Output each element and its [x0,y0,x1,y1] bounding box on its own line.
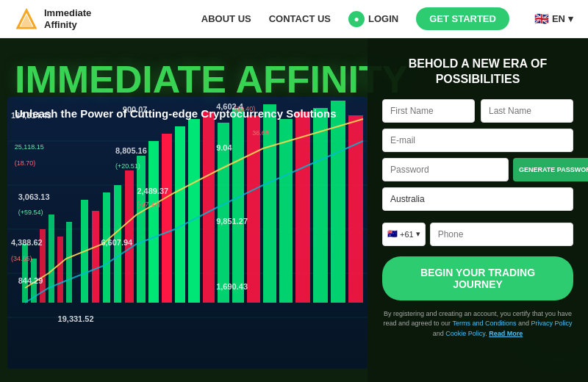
svg-rect-12 [66,222,72,303]
get-started-button[interactable]: GET STARTED [416,7,509,30]
hero-section: 184,314.43 900.07 4,602.4 (18.40) 25,118… [0,38,588,382]
logo-area: Immediate Affinity [15,7,91,31]
country-row [382,187,573,217]
name-row [382,99,573,123]
begin-trading-button[interactable]: BEGIN YOUR TRADING JOURNEY [382,256,573,300]
svg-rect-15 [103,192,110,303]
country-input[interactable] [382,187,573,211]
svg-rect-19 [148,141,159,303]
main-nav: ABOUT US CONTACT US ● LOGIN GET STARTED … [201,7,573,30]
privacy-link[interactable]: Privacy Policy [531,320,573,327]
disclaimer-text: By registering and creating an account, … [382,309,573,339]
first-name-input[interactable] [382,99,475,123]
svg-rect-21 [175,126,185,303]
generate-passwords-button[interactable]: GENERATE PASSWORDS [513,158,588,181]
form-title: BEHOLD A NEW ERA OF POSSIBILITIES [382,57,573,87]
australia-flag: 🇦🇺 [387,229,398,239]
chevron-down-icon: ▾ [568,13,573,24]
user-icon: ● [348,11,365,27]
svg-rect-10 [49,215,54,303]
password-input[interactable] [382,158,509,181]
header: Immediate Affinity ABOUT US CONTACT US ●… [0,0,588,38]
svg-rect-7 [22,244,28,303]
email-row [382,129,573,152]
svg-rect-17 [125,170,134,303]
phone-row: 🇦🇺 +61 ▾ [382,223,573,246]
language-selector[interactable]: 🇬🇧 EN ▾ [534,12,573,26]
terms-link[interactable]: Terms and Conditions [452,320,516,327]
svg-rect-20 [162,134,172,303]
svg-rect-11 [57,237,63,303]
phone-code-selector[interactable]: 🇦🇺 +61 ▾ [382,223,426,246]
svg-rect-16 [114,185,121,303]
password-row: GENERATE PASSWORDS [382,158,573,181]
email-input[interactable] [382,129,573,152]
cookie-link[interactable]: Cookie Policy. [445,330,487,337]
flag-icon: 🇬🇧 [534,12,549,26]
svg-rect-18 [137,156,146,303]
nav-contact[interactable]: CONTACT US [269,13,331,24]
svg-rect-14 [92,211,99,303]
logo-icon [15,7,38,31]
nav-about[interactable]: ABOUT US [201,13,251,24]
last-name-input[interactable] [481,99,573,123]
registration-form-panel: BEHOLD A NEW ERA OF POSSIBILITIES GENERA… [368,38,588,382]
logo-text: Immediate Affinity [44,7,91,30]
chevron-down-icon: ▾ [416,229,420,239]
login-button[interactable]: ● LOGIN [348,11,398,27]
read-more-link[interactable]: Read More [489,330,523,337]
phone-input[interactable] [430,223,573,246]
svg-rect-24 [218,123,229,303]
